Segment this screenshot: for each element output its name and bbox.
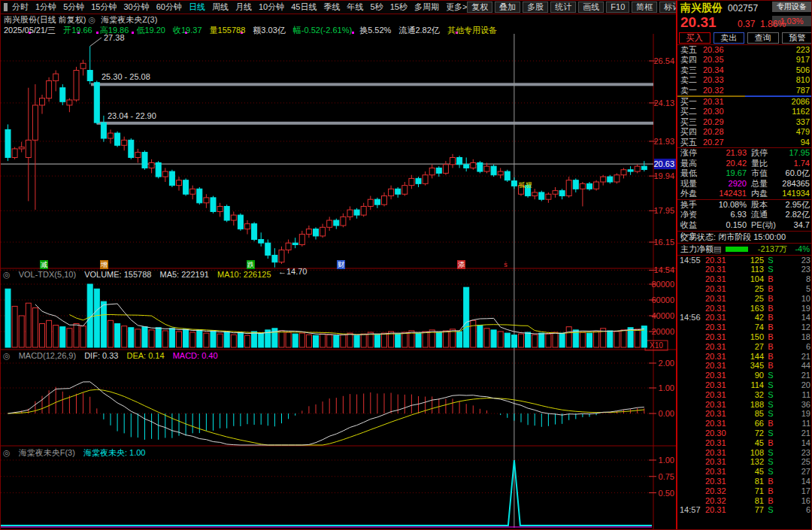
tool-button-2[interactable]: 叠加 <box>495 2 520 13</box>
trade-row[interactable]: 20.3132S11 <box>677 390 812 400</box>
trade-row[interactable]: 20.31163B19 <box>677 304 812 313</box>
collapse-icon[interactable]: ◎ <box>3 351 11 360</box>
trade-row[interactable]: 20.3185S19 <box>677 409 812 419</box>
event-badge-财[interactable]: 财 <box>337 260 345 269</box>
tool-button-7[interactable]: 简框 <box>632 2 657 13</box>
period-tab-1[interactable]: 分时 <box>12 2 29 13</box>
trade-row[interactable]: 20.3181B14 <box>677 477 812 486</box>
trade-row[interactable]: 20.3166B11 <box>677 419 812 429</box>
period-tabs: 分时1分钟5分钟15分钟30分钟60分钟日线周线月线10分钟45日线季线年线5秒… <box>12 2 467 13</box>
trade-row[interactable]: 20.31144B21 <box>677 352 812 362</box>
trade-row[interactable]: 20.3145B14 <box>677 438 812 448</box>
info-change: 幅-0.52(-2.61%) <box>293 26 352 35</box>
order-book-row[interactable]: 买四20.28479 <box>677 127 812 137</box>
period-tab-15[interactable]: 15秒 <box>390 2 408 13</box>
tool-button-4[interactable]: 统计 <box>550 2 576 13</box>
overlay-indicator-name: 海棠夜未央Z(3) <box>101 15 157 24</box>
period-tab-14[interactable]: 5秒 <box>371 2 383 13</box>
tick-trade-list[interactable]: 14:5520.31125S2320.31113S2320.31104B820.… <box>677 256 812 516</box>
event-badge-添[interactable]: 添 <box>457 260 465 269</box>
period-tab-4[interactable]: 15分钟 <box>91 2 117 13</box>
order-book-row[interactable]: 买三20.29337 <box>677 117 812 127</box>
order-book-row[interactable]: 卖二20.33810 <box>677 75 812 85</box>
period-tab-16[interactable]: 多周期 <box>414 2 439 13</box>
order-book-row[interactable]: 买五20.2794 <box>677 138 812 147</box>
rp-button-查询[interactable]: 查询 <box>747 32 779 44</box>
svg-text:←14.70: ←14.70 <box>278 267 308 276</box>
event-badge-增[interactable]: 增 <box>100 260 108 269</box>
tool-button-1[interactable]: 复权 <box>467 2 492 13</box>
svg-text:0.00: 0.00 <box>659 409 674 418</box>
trade-row[interactable]: 20.31113S23 <box>677 265 812 274</box>
trade-row[interactable]: 20.3174B12 <box>677 323 812 332</box>
order-book-row[interactable]: 卖一20.32787 <box>677 86 812 95</box>
trade-row[interactable]: 14:5620.3142B14 <box>677 313 812 323</box>
period-tab-11[interactable]: 45日线 <box>291 2 317 13</box>
event-badge-跌[interactable]: 跌 <box>247 260 255 269</box>
period-tab-2[interactable]: 1分钟 <box>35 2 56 13</box>
event-badge-减[interactable]: 减 <box>40 260 48 269</box>
period-tab-12[interactable]: 季线 <box>324 2 341 13</box>
period-tab-10[interactable]: 10分钟 <box>259 2 284 13</box>
layout-icon[interactable] <box>4 3 8 11</box>
order-book-row[interactable]: 卖三20.34506 <box>677 65 812 75</box>
trade-row[interactable]: 20.3125B5 <box>677 284 812 294</box>
order-book-row[interactable]: 买一20.312086 <box>677 97 812 107</box>
trade-row[interactable]: 20.31104B8 <box>677 274 812 284</box>
period-tab-8[interactable]: 周线 <box>212 2 229 13</box>
macd-indicator-name[interactable]: MACD(12,26,9) <box>19 351 76 360</box>
info-date: 2025/05/21/三 <box>4 26 56 35</box>
order-book-row[interactable]: 卖五20.36223 <box>677 45 812 55</box>
svg-text:20.63: 20.63 <box>653 159 674 168</box>
rp-button-卖出[interactable]: 卖出 <box>714 32 745 44</box>
trade-row[interactable]: 20.3072S21 <box>677 429 812 438</box>
trade-row[interactable]: 14:5520.31125S23 <box>677 256 812 265</box>
period-tab-17[interactable]: 更多> <box>446 2 467 13</box>
svg-text:1.00: 1.00 <box>659 383 674 392</box>
rp-button-买入[interactable]: 买入 <box>679 32 710 44</box>
sector-button[interactable]: 专用设备 <box>772 2 811 12</box>
trade-row[interactable]: 20.3190S21 <box>677 371 812 380</box>
trade-row[interactable]: 14:5720.3177S6 <box>677 505 812 515</box>
trade-row[interactable]: 20.31108S23 <box>677 448 812 458</box>
svg-text:26.54: 26.54 <box>653 56 674 65</box>
macd-dea: DEA: 0.14 <box>126 351 164 360</box>
order-book-row[interactable]: 卖四20.35917 <box>677 55 812 65</box>
period-tab-13[interactable]: 年线 <box>347 2 364 13</box>
tool-button-3[interactable]: 多股 <box>523 2 548 13</box>
collapse-icon[interactable]: ◎ <box>3 448 11 457</box>
tool-button-5[interactable]: 画线 <box>578 2 604 13</box>
trade-row[interactable]: 20.31188S36 <box>677 400 812 410</box>
trade-row[interactable]: 20.3271B17 <box>677 486 812 496</box>
trade-row[interactable]: 20.3127B6 <box>677 342 812 352</box>
trade-row[interactable]: 20.3145S27 <box>677 467 812 477</box>
svg-text:24.13: 24.13 <box>653 98 674 108</box>
stat-row: 最高20.42量比1.74 <box>677 159 812 169</box>
trade-row[interactable]: 20.31114S20 <box>677 380 812 390</box>
tool-button-6[interactable]: F10 <box>606 2 629 13</box>
collapse-icon[interactable]: ◎ <box>3 270 11 279</box>
vol-indicator-name[interactable]: VOL-TDX(5,10) <box>19 270 76 279</box>
signal-value: 海棠夜未央: 1.00 <box>83 448 146 457</box>
order-book-row[interactable]: 买二20.301162 <box>677 107 812 117</box>
trade-row[interactable]: 20.31132S25 <box>677 457 812 467</box>
trade-row[interactable]: 20.31345B44 <box>677 361 812 371</box>
trade-row[interactable]: 20.3125B10 <box>677 294 812 304</box>
price-change: 0.37 1.86% <box>738 19 786 29</box>
rp-button-预警[interactable]: 预警 <box>782 32 812 44</box>
svg-text:2.00: 2.00 <box>659 359 674 368</box>
vol-ma10: MA10: 226125 <box>217 270 271 279</box>
trade-row[interactable]: 20.3281B16 <box>677 496 812 506</box>
stat-row: 现量2920总量284365 <box>677 179 812 189</box>
trade-row[interactable]: 20.31150B18 <box>677 332 812 342</box>
period-tab-5[interactable]: 30分钟 <box>124 2 150 13</box>
period-tab-7[interactable]: 日线 <box>189 2 205 13</box>
info-sector[interactable]: 其他专用设备 <box>447 26 497 35</box>
collapse-icon[interactable]: ◎ <box>88 15 95 24</box>
main-force-row[interactable]: 主力净额 ▤ -2137万 -4% <box>677 244 812 255</box>
period-tab-6[interactable]: 60分钟 <box>156 2 182 13</box>
signal-indicator-name[interactable]: 海棠夜未央F(3) <box>19 448 75 457</box>
period-tab-3[interactable]: 5分钟 <box>63 2 84 13</box>
event-badge-ṡ[interactable]: ṡ <box>501 260 510 269</box>
period-tab-9[interactable]: 月线 <box>235 2 252 13</box>
